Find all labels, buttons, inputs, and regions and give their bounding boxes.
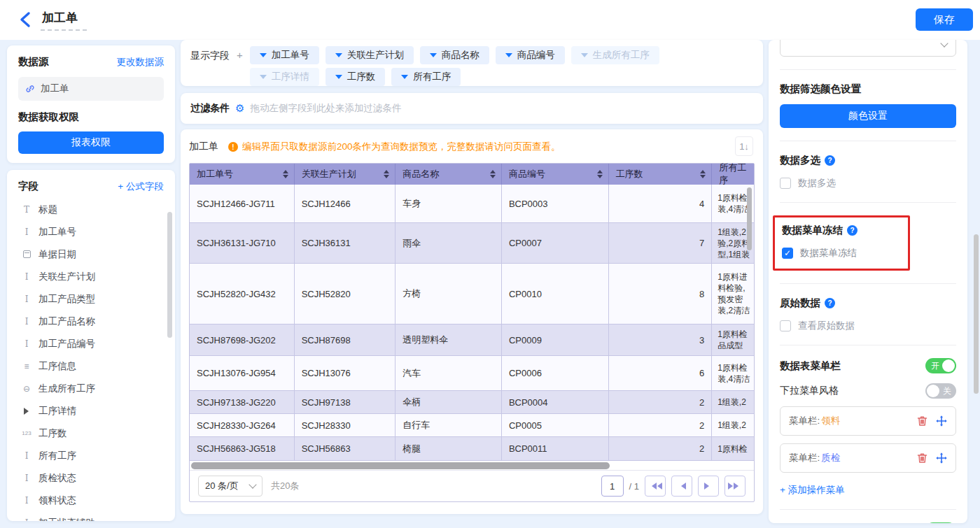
menubar-item[interactable]: 菜单栏: 质检 bbox=[780, 443, 956, 473]
table-row[interactable]: SCJH12466-JG711 SCJH12466 车身 BCP0003 4 1… bbox=[190, 185, 754, 223]
table-row[interactable]: SCJH56863-JG518 SCJH56863 椅腿 BCP0011 2 1… bbox=[190, 437, 754, 461]
table-row[interactable]: SCJH28330-JG264 SCJH28330 自行车 CP0005 2 1… bbox=[190, 414, 754, 437]
checkbox-unchecked[interactable] bbox=[780, 320, 791, 331]
menubar-item[interactable]: 菜单栏: 领料 bbox=[780, 406, 956, 436]
cell-count: 2 bbox=[609, 391, 713, 414]
dropdown-style-toggle-off[interactable]: 关 bbox=[925, 383, 956, 399]
move-icon[interactable] bbox=[936, 452, 947, 464]
fields-scrollbar[interactable] bbox=[167, 212, 172, 338]
sort-icon[interactable] bbox=[490, 167, 496, 181]
field-chip[interactable]: 商品编号 bbox=[496, 46, 565, 64]
back-icon[interactable] bbox=[18, 11, 34, 28]
field-chip[interactable]: 商品名称 bbox=[420, 46, 489, 64]
freeze-checkbox-row[interactable]: ✓ 数据菜单冻结 bbox=[782, 247, 901, 259]
raw-data-checkbox-row[interactable]: 查看原始数据 bbox=[780, 320, 956, 332]
field-item-pick-status[interactable]: I领料状态 bbox=[18, 490, 164, 511]
help-icon[interactable]: ? bbox=[825, 155, 835, 166]
table-row[interactable]: SCJH52820-JG432 SCJH52820 方椅 CP0010 8 1原… bbox=[190, 264, 754, 324]
cell-product: 透明塑料伞 bbox=[396, 324, 502, 356]
datasource-item[interactable]: 加工单 bbox=[18, 77, 164, 101]
last-page-button[interactable] bbox=[724, 476, 746, 497]
settings-select[interactable] bbox=[780, 40, 956, 57]
field-item-all-proc[interactable]: I所有工序 bbox=[18, 445, 164, 466]
move-icon[interactable] bbox=[936, 415, 947, 427]
field-chip[interactable]: 所有工序 bbox=[391, 68, 461, 86]
field-item-plan[interactable]: I关联生产计划 bbox=[18, 266, 164, 287]
sort-icon[interactable] bbox=[700, 167, 706, 181]
prev-page-button[interactable] bbox=[671, 476, 692, 497]
field-item-proc-count[interactable]: 123工序数 bbox=[18, 422, 164, 444]
help-icon[interactable]: ? bbox=[847, 225, 858, 236]
field-item-proc-detail[interactable]: 工序详情 bbox=[18, 400, 164, 422]
scrollbar-thumb[interactable] bbox=[191, 462, 610, 469]
page-title: 加工单 bbox=[42, 10, 78, 26]
report-permission-button[interactable]: 报表权限 bbox=[18, 131, 164, 154]
cell-plan: SCJH13076 bbox=[295, 356, 396, 391]
field-item-order-no[interactable]: I加工单号 bbox=[18, 221, 164, 243]
field-item-gen-all-proc[interactable]: ⊖生成所有工序 bbox=[18, 378, 164, 399]
column-header[interactable]: 工序数 bbox=[609, 164, 713, 185]
menubar-item-name: 质检 bbox=[821, 452, 840, 464]
trash-icon[interactable] bbox=[917, 415, 927, 427]
color-settings-button[interactable]: 颜色设置 bbox=[780, 104, 956, 128]
sort-icon[interactable] bbox=[384, 167, 389, 181]
divider bbox=[780, 202, 956, 203]
field-chip[interactable]: 关联生产计划 bbox=[326, 46, 414, 64]
sort-order-icon[interactable]: 1↓ bbox=[735, 136, 753, 156]
sort-icon[interactable] bbox=[283, 167, 288, 181]
field-item-date[interactable]: 单据日期 bbox=[18, 243, 164, 265]
add-action-menu-link[interactable]: + 添加操作菜单 bbox=[780, 484, 956, 497]
add-field-icon[interactable]: + bbox=[237, 49, 243, 80]
table-menubar-toggle-on[interactable]: 开 bbox=[925, 358, 956, 373]
field-item-product-name[interactable]: I加工产品名称 bbox=[18, 311, 164, 332]
page-size-select[interactable]: 20 条/页 bbox=[198, 476, 262, 497]
gear-icon[interactable]: ⚙ bbox=[235, 102, 244, 115]
sort-icon[interactable] bbox=[597, 167, 603, 181]
save-button[interactable]: 保存 bbox=[916, 8, 973, 31]
top-bar: 加工单 保存 bbox=[0, 0, 980, 40]
datasource-panel: 数据源 更改数据源 加工单 数据获取权限 报表权限 bbox=[7, 45, 175, 163]
cell-code: BCP0003 bbox=[502, 185, 609, 223]
cell-plan: SCJH56863 bbox=[295, 437, 396, 461]
checkbox-checked[interactable]: ✓ bbox=[782, 248, 793, 259]
table-row[interactable]: SCJH13076-JG954 SCJH13076 汽车 CP0006 6 1原… bbox=[190, 356, 754, 391]
text-icon: I bbox=[21, 496, 32, 506]
report-menubar-toggle-on[interactable]: 开 bbox=[925, 522, 956, 523]
field-chip[interactable]: 加工单号 bbox=[250, 46, 319, 64]
field-item-proc-status-aux[interactable]: I加工状态辅助 bbox=[18, 512, 164, 521]
table-vertical-scrollbar[interactable] bbox=[747, 187, 752, 250]
field-item-qc-status[interactable]: I质检状态 bbox=[18, 467, 164, 489]
field-chip-disabled[interactable]: 工序详情 bbox=[250, 68, 319, 86]
formula-field-link[interactable]: + 公式字段 bbox=[118, 180, 164, 193]
trash-icon[interactable] bbox=[917, 452, 927, 464]
column-header[interactable]: 关联生产计划 bbox=[295, 164, 396, 185]
change-datasource-link[interactable]: 更改数据源 bbox=[117, 56, 164, 69]
column-header[interactable]: 商品编号 bbox=[502, 164, 609, 185]
table-row[interactable]: SCJH97138-JG220 SCJH97138 伞柄 BCP0004 2 1… bbox=[190, 391, 754, 414]
field-chip-disabled[interactable]: 生成所有工序 bbox=[571, 46, 659, 64]
window-scrollbar[interactable] bbox=[974, 234, 979, 394]
first-page-button[interactable] bbox=[645, 476, 666, 497]
field-item-product-type[interactable]: I加工产品类型 bbox=[18, 288, 164, 310]
checkbox-unchecked[interactable] bbox=[780, 178, 791, 189]
warning-icon: ! bbox=[228, 142, 238, 152]
text-icon: I bbox=[21, 339, 32, 349]
help-icon[interactable]: ? bbox=[825, 298, 835, 308]
field-item-proc-info[interactable]: ≡工序信息 bbox=[18, 355, 164, 377]
field-chip[interactable]: 工序数 bbox=[326, 68, 386, 86]
cell-procs: 1原料检 装,4清洁 bbox=[712, 356, 754, 391]
table-row[interactable]: SCJH87698-JG202 SCJH87698 透明塑料伞 CP0009 3… bbox=[190, 324, 754, 356]
next-page-button[interactable] bbox=[698, 476, 719, 497]
page-of-total: / 1 bbox=[629, 481, 639, 492]
column-header[interactable]: 所有工序 bbox=[712, 164, 754, 185]
datasource-item-label: 加工单 bbox=[41, 83, 69, 95]
multi-select-checkbox-row[interactable]: 数据多选 bbox=[780, 177, 956, 190]
field-item-title[interactable]: T标题 bbox=[18, 199, 164, 220]
column-header[interactable]: 商品名称 bbox=[396, 164, 502, 185]
column-header[interactable]: 加工单号 bbox=[190, 164, 295, 185]
field-item-product-code[interactable]: I加工产品编号 bbox=[18, 333, 164, 355]
horizontal-scrollbar[interactable] bbox=[190, 461, 754, 471]
table-row[interactable]: SCJH36131-JG710 SCJH36131 雨伞 CP0007 7 1组… bbox=[190, 223, 754, 264]
data-table: 加工单号 关联生产计划 商品名称 商品编号 工序数 所有工序 SCJH12466… bbox=[189, 163, 755, 502]
page-number-input[interactable]: 1 bbox=[601, 476, 624, 497]
